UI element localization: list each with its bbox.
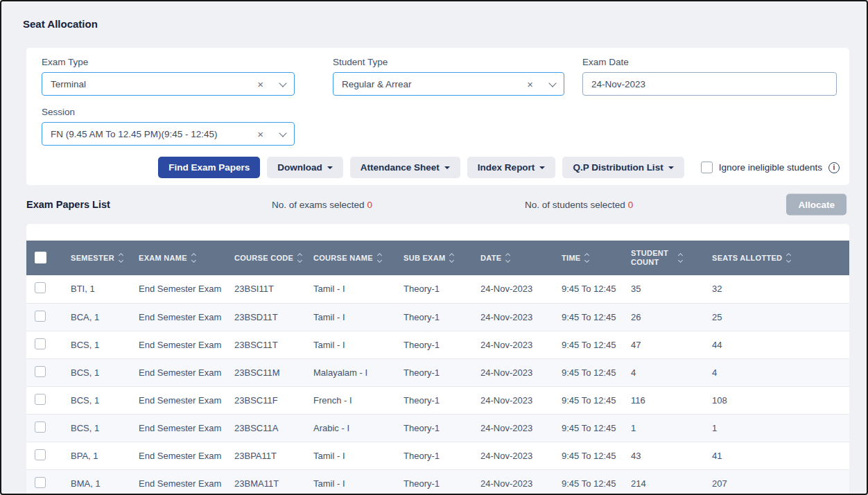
cell-date: 24-Nov-2023 [480,386,562,414]
table-row: BCA, 1 End Semester Exam 23BSD11T Tamil … [26,303,849,331]
ignore-ineligible-checkbox[interactable] [701,162,713,173]
qp-distribution-list-button[interactable]: Q.P Distribution List [562,157,684,178]
row-checkbox[interactable] [35,282,46,293]
summary-bar: Exam Papers List No. of exams selected0 … [1,185,867,224]
cell-student-count: 43 [631,442,712,469]
sort-icon[interactable] [506,254,510,262]
sort-icon[interactable] [378,254,381,262]
row-checkbox[interactable] [35,366,46,377]
filter-panel: Exam Type Terminal × Student Type Regula… [26,48,849,185]
section-title: Exam Papers List [26,199,110,210]
exam-date-input[interactable]: 24-Nov-2023 [582,72,837,96]
cell-exam-name: End Semester Exam [139,469,234,495]
table-row: BCS, 1 End Semester Exam 23BSC11M Malaya… [26,358,849,386]
cell-student-count: 1 [631,414,712,442]
cell-sub-exam: Theory-1 [403,331,480,358]
student-type-value: Regular & Arrear [342,79,527,89]
select-all-checkbox[interactable] [35,252,46,263]
cell-exam-name: End Semester Exam [139,303,234,331]
cell-time: 9:45 To 12:45 [562,275,631,303]
cell-semester: BCS, 1 [71,358,139,386]
students-selected-count: 0 [628,200,634,210]
cell-student-count: 116 [631,386,712,414]
cell-sub-exam: Theory-1 [403,358,480,386]
cell-sub-exam: Theory-1 [403,386,480,414]
column-header-exam-name: EXAM NAME [139,254,187,263]
cell-course-code: 23BMA11T [234,469,313,495]
cell-date: 24-Nov-2023 [480,303,562,331]
cell-seats-allotted: 207 [712,469,849,495]
ignore-ineligible-group: Ignore ineligible students i [701,162,840,173]
cell-time: 9:45 To 12:45 [562,386,631,414]
cell-exam-name: End Semester Exam [139,358,234,386]
sort-icon[interactable] [298,254,302,262]
sort-icon[interactable] [192,254,196,262]
cell-exam-name: End Semester Exam [139,275,234,303]
cell-date: 24-Nov-2023 [480,331,562,358]
cell-time: 9:45 To 12:45 [562,469,631,495]
chevron-down-icon[interactable] [548,79,556,87]
exam-type-label: Exam Type [42,56,295,68]
column-header-course-name: COURSE NAME [313,254,373,263]
table-header-row: SEMESTER EXAM NAME COURSE CODE COURSE NA… [26,241,849,275]
cell-date: 24-Nov-2023 [480,469,562,495]
table-row: BPA, 1 End Semester Exam 23BPA11T Tamil … [26,442,849,469]
attendance-sheet-button[interactable]: Attendance Sheet [350,157,460,178]
cell-sub-exam: Theory-1 [403,442,480,469]
caret-down-icon [539,166,545,169]
cell-student-count: 4 [631,358,712,386]
cell-course-code: 23BSC11A [234,414,313,442]
exam-type-field: Exam Type Terminal × [42,56,295,96]
student-type-select[interactable]: Regular & Arrear × [333,72,564,96]
row-checkbox[interactable] [35,449,46,460]
column-header-seats-allotted: SEATS ALLOTTED [712,254,782,263]
clear-icon[interactable]: × [257,79,263,89]
sort-icon[interactable] [585,254,589,262]
allocate-button[interactable]: Allocate [786,194,847,216]
cell-sub-exam: Theory-1 [403,303,480,331]
chevron-down-icon[interactable] [279,79,286,87]
index-report-label: Index Report [478,162,535,173]
sort-icon[interactable] [450,254,453,262]
exams-selected-counter: No. of exams selected0 [272,200,372,210]
sort-icon[interactable] [679,254,682,262]
exams-selected-count: 0 [367,200,373,210]
column-header-sub-exam: SUB EXAM [403,254,445,263]
find-exam-papers-button[interactable]: Find Exam Papers [158,157,260,178]
download-button[interactable]: Download [267,157,343,178]
index-report-button[interactable]: Index Report [467,157,556,178]
sort-icon[interactable] [787,254,790,262]
info-icon[interactable]: i [828,162,840,173]
clear-icon[interactable]: × [257,129,263,139]
chevron-down-icon[interactable] [279,129,286,137]
cell-exam-name: End Semester Exam [139,442,234,469]
cell-semester: BCA, 1 [71,303,139,331]
cell-course-name: Tamil - I [313,469,403,495]
table-row: BTI, 1 End Semester Exam 23BSI11T Tamil … [26,275,849,303]
table-row: BCS, 1 End Semester Exam 23BSC11F French… [26,386,849,414]
cell-course-name: Tamil - I [313,331,403,358]
cell-seats-allotted: 25 [712,303,849,331]
session-field: Session FN (9.45 AM To 12.45 PM)(9:45 - … [42,106,295,146]
cell-time: 9:45 To 12:45 [562,442,631,469]
clear-icon[interactable]: × [527,79,533,89]
cell-student-count: 47 [631,331,712,358]
row-checkbox[interactable] [35,311,46,322]
cell-sub-exam: Theory-1 [403,469,480,495]
download-label: Download [277,162,322,173]
cell-course-code: 23BSD11T [234,303,313,331]
cell-student-count: 214 [631,469,712,495]
exam-table-body: BTI, 1 End Semester Exam 23BSI11T Tamil … [26,275,849,495]
row-checkbox[interactable] [35,477,46,488]
caret-down-icon [668,166,674,169]
exam-type-select[interactable]: Terminal × [42,72,295,96]
row-checkbox[interactable] [35,338,46,349]
cell-time: 9:45 To 12:45 [562,303,631,331]
cell-seats-allotted: 41 [712,442,849,469]
row-checkbox[interactable] [35,394,46,405]
column-header-student-count: STUDENT COUNT [631,249,674,267]
session-select[interactable]: FN (9.45 AM To 12.45 PM)(9:45 - 12:45) × [42,122,295,146]
qp-distribution-list-label: Q.P Distribution List [573,162,663,173]
sort-icon[interactable] [119,254,123,262]
row-checkbox[interactable] [35,422,46,433]
